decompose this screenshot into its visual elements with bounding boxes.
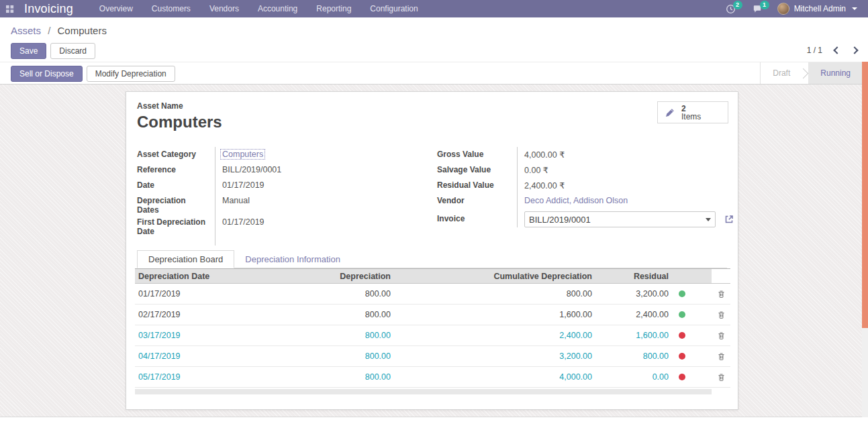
cell-date: 03/17/2019 [135,331,286,340]
user-menu[interactable]: Mitchell Admin [771,0,868,17]
table-row[interactable]: 05/17/2019 800.00 4,000.00 0.00 [135,367,730,388]
header-depreciation: Depreciation [286,272,393,281]
depreciation-dates-value[interactable]: Manual [215,193,426,215]
status-running[interactable]: Running [808,62,863,84]
vendor-value[interactable]: Deco Addict, Addison Olson [524,196,628,205]
asset-name-label: Asset Name [137,101,222,111]
cell-depreciation: 800.00 [286,331,393,340]
sell-or-dispose-button[interactable]: Sell or Dispose [11,66,83,82]
items-label: Items [681,113,701,121]
cell-cumulative: 2,400.00 [393,331,595,340]
breadcrumb-current: Computers [58,25,107,36]
menu-vendors[interactable]: Vendors [201,0,248,17]
modify-depreciation-button[interactable]: Modify Depreciation [87,66,175,82]
table-row[interactable]: 02/17/2019 800.00 1,600.00 2,400.00 [135,305,730,325]
form-statusbar: Sell or Dispose Modify Depreciation Draf… [0,62,868,85]
menu-customers[interactable]: Customers [143,0,199,17]
breadcrumb: Assets / Computers [11,25,107,36]
asset-name-value[interactable]: Computers [137,113,222,131]
tab-depreciation-board[interactable]: Depreciation Board [137,250,234,268]
table-row[interactable]: 01/17/2019 800.00 800.00 3,200.00 [135,284,730,305]
scrollbar-track[interactable] [862,62,868,417]
menu-accounting[interactable]: Accounting [249,0,306,17]
posted-status-dot [679,311,685,318]
cell-cumulative: 1,600.00 [393,310,595,319]
table-row[interactable]: 04/17/2019 800.00 3,200.00 800.00 [135,346,730,367]
salvage-value-label: Salvage Value [437,162,518,178]
activities-button[interactable]: 2 [718,0,744,17]
future-status-dot [679,353,685,360]
future-status-dot [679,374,685,380]
asset-category-value[interactable]: Computers [220,149,265,160]
tab-depreciation-information[interactable]: Depreciation Information [234,250,351,268]
table-header-row: Depreciation Date Depreciation Cumulativ… [135,268,730,284]
cell-depreciation: 800.00 [286,372,393,382]
asset-category-label: Asset Category [137,147,215,162]
cell-date: 02/17/2019 [135,310,286,319]
pager-value[interactable]: 1 / 1 [807,46,822,55]
gross-value-value[interactable]: 4,000.00 ₹ [518,147,734,162]
items-count: 2 [681,105,701,113]
gross-value-label: Gross Value [437,147,518,162]
delete-row-icon[interactable] [717,290,726,299]
control-panel: Assets / Computers Save Discard 1 / 1 [0,17,868,62]
save-button[interactable]: Save [11,43,46,59]
cell-residual: 0.00 [595,372,670,382]
cell-depreciation: 800.00 [286,289,393,299]
apps-menu-icon[interactable] [0,0,20,17]
cell-depreciation: 800.00 [286,352,393,361]
invoice-label: Invoice [437,209,518,227]
cell-depreciation: 800.00 [286,310,393,319]
delete-row-icon[interactable] [717,311,726,319]
table-footer [135,389,712,394]
salvage-value-value[interactable]: 0.00 ₹ [518,162,734,178]
header-cumulative-depreciation: Cumulative Depreciation [393,272,595,281]
discard-button[interactable]: Discard [50,43,95,59]
user-name: Mitchell Admin [794,4,846,13]
menu-configuration[interactable]: Configuration [361,0,426,17]
notebook-tabs: Depreciation Board Depreciation Informat… [137,250,727,268]
messages-button[interactable]: 1 [744,0,771,17]
status-draft[interactable]: Draft [761,62,802,84]
items-stat-button[interactable]: 2 Items [657,101,728,123]
residual-value-label: Residual Value [437,178,518,193]
first-depreciation-date-value[interactable]: 01/17/2019 [215,215,426,246]
pager-previous-icon[interactable] [833,46,840,54]
scrollbar-thumb[interactable] [862,62,868,328]
invoice-input[interactable] [524,211,716,227]
delete-row-icon[interactable] [717,373,726,382]
cell-residual: 1,600.00 [595,331,670,340]
date-value[interactable]: 01/17/2019 [215,178,426,193]
vendor-label: Vendor [437,193,518,209]
cell-cumulative: 4,000.00 [393,372,595,382]
residual-value-value[interactable]: 2,400.00 ₹ [518,178,734,193]
depreciation-dates-label: Depreciation Dates [137,193,215,215]
menu-reporting[interactable]: Reporting [307,0,360,17]
pager: 1 / 1 [807,46,857,55]
cell-date: 05/17/2019 [135,372,286,382]
delete-row-icon[interactable] [717,352,726,361]
pencil-icon [665,107,675,118]
reference-value[interactable]: BILL/2019/0001 [215,162,426,178]
app-title[interactable]: Invoicing [24,2,73,16]
table-row[interactable]: 03/17/2019 800.00 2,400.00 1,600.00 [135,325,730,346]
pager-next-icon[interactable] [851,46,858,54]
reference-label: Reference [137,162,215,178]
header-residual: Residual [595,272,670,281]
content-background: Asset Name Computers 2 Items Asset Categ… [0,85,868,417]
cell-residual: 3,200.00 [595,289,670,299]
cell-residual: 2,400.00 [595,310,670,319]
header-actions [712,269,730,283]
status-widget: Draft Running [760,62,863,84]
breadcrumb-assets-link[interactable]: Assets [11,25,41,36]
avatar [777,3,789,15]
depreciation-table: Depreciation Date Depreciation Cumulativ… [135,268,730,394]
first-depreciation-date-label: First Depreciation Date [137,215,215,246]
field-group-right: Gross Value 4,000.00 ₹ Salvage Value 0.0… [437,147,728,227]
date-label: Date [137,178,215,193]
invoice-dropdown-caret-icon[interactable] [706,218,711,221]
menu-overview[interactable]: Overview [91,0,142,17]
posted-status-dot [679,290,685,297]
delete-row-icon[interactable] [717,331,726,340]
invoice-external-link-icon[interactable] [724,214,734,225]
